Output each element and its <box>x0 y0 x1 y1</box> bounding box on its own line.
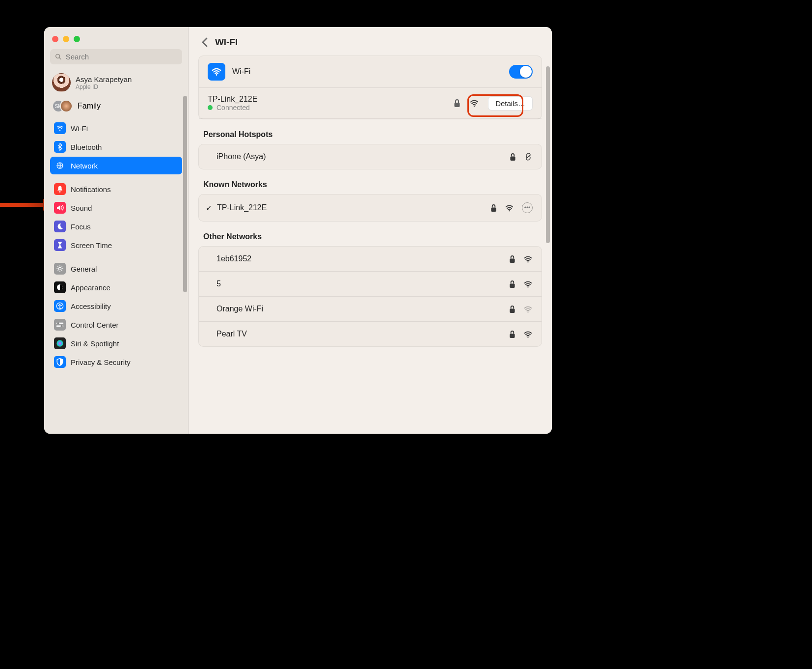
connected-indicator <box>208 105 213 110</box>
svg-point-25 <box>527 311 528 312</box>
appearance-icon <box>54 281 66 293</box>
general-icon <box>54 263 66 275</box>
wifi-signal-icon <box>523 255 533 263</box>
sidebar-item-general[interactable]: General <box>50 260 182 278</box>
more-options-button[interactable]: ••• <box>522 202 533 213</box>
sidebar-item-label: Wi-Fi <box>71 124 88 133</box>
lock-icon <box>509 330 515 338</box>
lock-icon <box>454 99 460 108</box>
sidebar-item-network[interactable]: Network <box>50 157 182 174</box>
page-header: Wi-Fi <box>198 32 542 56</box>
sidebar-item-label: Siri & Spotlight <box>71 339 119 348</box>
svg-point-14 <box>216 74 217 76</box>
sidebar-item-screentime[interactable]: Screen Time <box>50 236 182 254</box>
network-row[interactable]: 1eb61952 <box>199 247 541 272</box>
svg-point-23 <box>527 286 528 287</box>
screentime-icon <box>54 239 66 251</box>
account-name: Asya Karapetyan <box>76 75 132 84</box>
network-row[interactable]: ✓TP-Link_212E••• <box>199 195 541 221</box>
sidebar-item-label: Notifications <box>71 185 111 194</box>
network-row[interactable]: Orange Wi-Fi <box>199 297 541 322</box>
lock-icon <box>490 204 497 212</box>
sidebar-item-appearance[interactable]: Appearance <box>50 279 182 296</box>
close-window-button[interactable] <box>52 36 58 42</box>
details-button[interactable]: Details… <box>488 96 533 111</box>
known-networks-list: ✓TP-Link_212E••• <box>198 194 542 222</box>
sidebar-item-notifications[interactable]: Notifications <box>50 180 182 198</box>
sidebar: Asya Karapetyan Apple ID SM Family Wi-Fi… <box>44 27 189 434</box>
svg-line-1 <box>59 57 61 59</box>
sidebar-item-controlcenter[interactable]: Control Center <box>50 316 182 334</box>
sidebar-item-sound[interactable]: Sound <box>50 199 182 217</box>
network-row[interactable]: Pearl TV <box>199 322 541 346</box>
sidebar-item-wifi[interactable]: Wi-Fi <box>50 119 182 137</box>
bluetooth-icon <box>54 141 66 153</box>
svg-point-4 <box>59 191 61 193</box>
network-name: iPhone (Asya) <box>217 152 266 161</box>
siri-icon <box>54 337 66 349</box>
family-label: Family <box>78 102 101 111</box>
svg-point-27 <box>527 336 528 337</box>
sidebar-item-label: Privacy & Security <box>71 358 131 366</box>
sidebar-item-label: Bluetooth <box>71 143 102 151</box>
wifi-icon <box>54 122 66 134</box>
family-member-avatar <box>60 100 73 112</box>
checkmark-icon: ✓ <box>206 203 212 213</box>
sidebar-item-privacy[interactable]: Privacy & Security <box>50 353 182 371</box>
window-traffic-lights <box>50 34 182 49</box>
family-entry[interactable]: SM Family <box>50 97 182 119</box>
current-network-row: TP-Link_212E Connected Details… <box>199 88 541 119</box>
sidebar-item-bluetooth[interactable]: Bluetooth <box>50 138 182 156</box>
back-button[interactable] <box>201 37 208 47</box>
main-scrollbar[interactable] <box>546 66 550 243</box>
sidebar-item-label: Control Center <box>71 321 119 329</box>
svg-rect-15 <box>455 103 460 107</box>
svg-point-2 <box>59 130 61 131</box>
account-subtitle: Apple ID <box>76 84 132 90</box>
sidebar-item-label: Network <box>71 162 98 170</box>
svg-point-13 <box>56 340 63 346</box>
svg-rect-17 <box>510 156 515 160</box>
svg-point-19 <box>509 210 510 211</box>
zoom-window-button[interactable] <box>74 36 80 42</box>
lock-icon <box>509 305 515 313</box>
wifi-signal-icon <box>505 204 514 212</box>
section-hotspots-title: Personal Hotspots <box>198 130 542 144</box>
current-network-status: Connected <box>217 104 250 112</box>
section-known-title: Known Networks <box>198 180 542 194</box>
network-row[interactable]: iPhone (Asya) <box>199 144 541 169</box>
network-icon <box>54 160 66 171</box>
wifi-signal-icon <box>523 280 533 288</box>
chevron-left-icon <box>201 37 208 47</box>
minimize-window-button[interactable] <box>63 36 69 42</box>
svg-rect-24 <box>510 308 514 312</box>
svg-point-21 <box>527 261 528 262</box>
svg-rect-26 <box>510 334 514 337</box>
search-input[interactable] <box>66 53 177 61</box>
sidebar-item-label: Accessibility <box>71 302 111 310</box>
lock-icon <box>510 153 516 161</box>
wifi-signal-icon <box>523 306 533 313</box>
hotspot-link-icon <box>524 152 533 161</box>
hotspots-list: iPhone (Asya) <box>198 144 542 169</box>
other-networks-list: 1eb619525Orange Wi-FiPearl TV <box>198 246 542 347</box>
wifi-signal-icon <box>469 99 479 107</box>
sidebar-item-siri[interactable]: Siri & Spotlight <box>50 334 182 352</box>
network-name: 1eb61952 <box>217 254 251 263</box>
accessibility-icon <box>54 300 66 312</box>
privacy-icon <box>54 356 66 368</box>
apple-id-entry[interactable]: Asya Karapetyan Apple ID <box>50 71 182 97</box>
current-network-name: TP-Link_212E <box>208 95 257 104</box>
network-name: Orange Wi-Fi <box>217 305 263 313</box>
sidebar-item-focus[interactable]: Focus <box>50 218 182 235</box>
notifications-icon <box>54 183 66 195</box>
focus-icon <box>54 221 66 232</box>
sidebar-scrollbar[interactable] <box>183 96 187 292</box>
family-avatars: SM <box>52 100 73 112</box>
search-field[interactable] <box>50 49 182 64</box>
wifi-toggle[interactable] <box>509 65 533 79</box>
sidebar-item-accessibility[interactable]: Accessibility <box>50 297 182 315</box>
sidebar-item-label: Focus <box>71 223 91 231</box>
network-row[interactable]: 5 <box>199 272 541 297</box>
section-other-title: Other Networks <box>198 232 542 246</box>
